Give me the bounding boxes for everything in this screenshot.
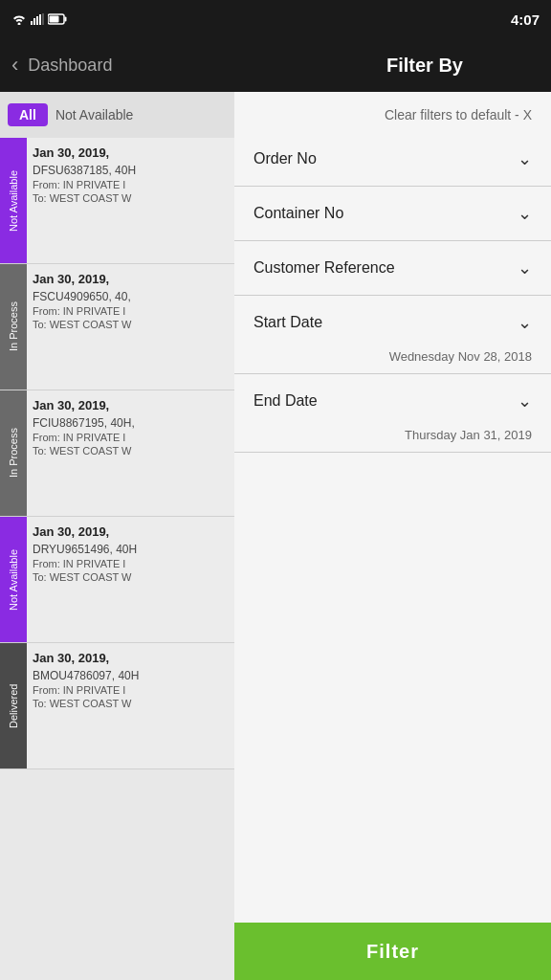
status-icons <box>11 13 67 25</box>
chevron-down-icon: ⌄ <box>518 257 532 278</box>
clear-filters-button[interactable]: Clear filters to default - X <box>234 92 551 132</box>
wifi-icon <box>11 13 27 25</box>
filter-container-no-header[interactable]: Container No ⌄ <box>253 187 532 240</box>
item-date: Jan 30, 2019, <box>33 272 229 286</box>
item-date: Jan 30, 2019, <box>33 145 229 160</box>
list-item[interactable]: In Process Jan 30, 2019, FSCU4909650, 40… <box>0 264 234 390</box>
filter-end-date: End Date ⌄ Thursday Jan 31, 2019 <box>234 374 551 453</box>
chevron-down-icon: ⌄ <box>518 390 532 412</box>
back-button[interactable]: ‹ <box>11 53 18 78</box>
list-item[interactable]: Not Available Jan 30, 2019, DRYU9651496,… <box>0 517 234 643</box>
chevron-down-icon: ⌄ <box>518 203 532 224</box>
filter-end-date-header[interactable]: End Date ⌄ <box>253 374 532 428</box>
filter-start-date: Start Date ⌄ Wednesday Nov 28, 2018 <box>234 296 551 374</box>
item-date: Jan 30, 2019, <box>33 398 229 412</box>
item-date: Jan 30, 2019, <box>33 524 229 539</box>
status-label-in-process: In Process <box>0 390 27 516</box>
item-to: To: WEST COAST W <box>33 445 229 457</box>
item-date: Jan 30, 2019, <box>33 651 229 665</box>
svg-rect-3 <box>39 14 41 25</box>
svg-rect-1 <box>33 18 35 25</box>
svg-rect-0 <box>31 21 33 25</box>
item-id: FCIU8867195, 40H, <box>33 416 229 430</box>
filter-start-date-header[interactable]: Start Date ⌄ <box>253 296 532 349</box>
item-from: From: IN PRIVATE I <box>33 558 229 569</box>
filter-container-no: Container No ⌄ <box>234 187 551 241</box>
item-from: From: IN PRIVATE I <box>33 684 229 696</box>
status-label-not-available: Not Available <box>0 517 27 642</box>
filter-customer-reference: Customer Reference ⌄ <box>234 241 551 296</box>
dashboard-label: Dashboard <box>28 56 112 76</box>
chevron-down-icon: ⌄ <box>518 312 532 333</box>
filter-order-no-header[interactable]: Order No ⌄ <box>253 132 532 186</box>
item-id: DFSU6387185, 40H <box>33 164 229 177</box>
svg-rect-2 <box>36 16 38 25</box>
filter-order-no: Order No ⌄ <box>234 132 551 187</box>
item-from: From: IN PRIVATE I <box>33 179 229 190</box>
all-filter-button[interactable]: All <box>8 103 48 126</box>
filter-button[interactable]: Filter <box>234 923 551 980</box>
item-id: FSCU4909650, 40, <box>33 290 229 303</box>
signal-icon <box>31 13 44 25</box>
filter-customer-reference-header[interactable]: Customer Reference ⌄ <box>253 241 532 295</box>
status-label-delivered: Delivered <box>0 643 27 768</box>
filter-start-date-label: Start Date <box>253 314 322 331</box>
status-label-in-process: In Process <box>0 264 27 390</box>
filter-panel: Clear filters to default - X Order No ⌄ … <box>234 92 551 980</box>
list-item[interactable]: In Process Jan 30, 2019, FCIU8867195, 40… <box>0 390 234 517</box>
item-to: To: WEST COAST W <box>33 698 229 709</box>
item-from: From: IN PRIVATE I <box>33 432 229 443</box>
filter-customer-reference-label: Customer Reference <box>253 259 395 277</box>
item-to: To: WEST COAST W <box>33 192 229 204</box>
filter-end-date-label: End Date <box>253 392 318 410</box>
item-id: BMOU4786097, 40H <box>33 669 229 682</box>
status-label-not-available: Not Available <box>0 138 27 263</box>
filter-order-no-label: Order No <box>253 150 317 167</box>
svg-rect-6 <box>65 17 67 22</box>
main-content: All Not Available Not Available Jan 30, … <box>0 92 551 980</box>
filter-bar: All Not Available <box>0 92 234 138</box>
item-from: From: IN PRIVATE I <box>33 305 229 317</box>
battery-icon <box>48 13 67 25</box>
item-id: DRYU9651496, 40H <box>33 543 229 556</box>
filter-button-label: Filter <box>366 941 419 963</box>
filter-options: Order No ⌄ Container No ⌄ Customer Refer… <box>234 132 551 923</box>
item-to: To: WEST COAST W <box>33 319 229 330</box>
status-bar: 4:07 <box>0 0 551 38</box>
chevron-down-icon: ⌄ <box>518 148 532 169</box>
list-item[interactable]: Delivered Jan 30, 2019, BMOU4786097, 40H… <box>0 643 234 769</box>
filter-by-title: Filter By <box>386 55 463 77</box>
filter-status-label: Not Available <box>55 107 133 122</box>
end-date-value: Thursday Jan 31, 2019 <box>253 428 532 452</box>
filter-container-no-label: Container No <box>253 205 343 222</box>
list-panel: All Not Available Not Available Jan 30, … <box>0 92 234 980</box>
svg-rect-7 <box>50 16 59 23</box>
start-date-value: Wednesday Nov 28, 2018 <box>253 349 532 373</box>
svg-rect-4 <box>42 13 44 25</box>
list-item[interactable]: Not Available Jan 30, 2019, DFSU6387185,… <box>0 138 234 264</box>
item-to: To: WEST COAST W <box>33 571 229 583</box>
status-time: 4:07 <box>511 11 540 28</box>
header-bar: ‹ Dashboard Filter By <box>0 38 551 92</box>
